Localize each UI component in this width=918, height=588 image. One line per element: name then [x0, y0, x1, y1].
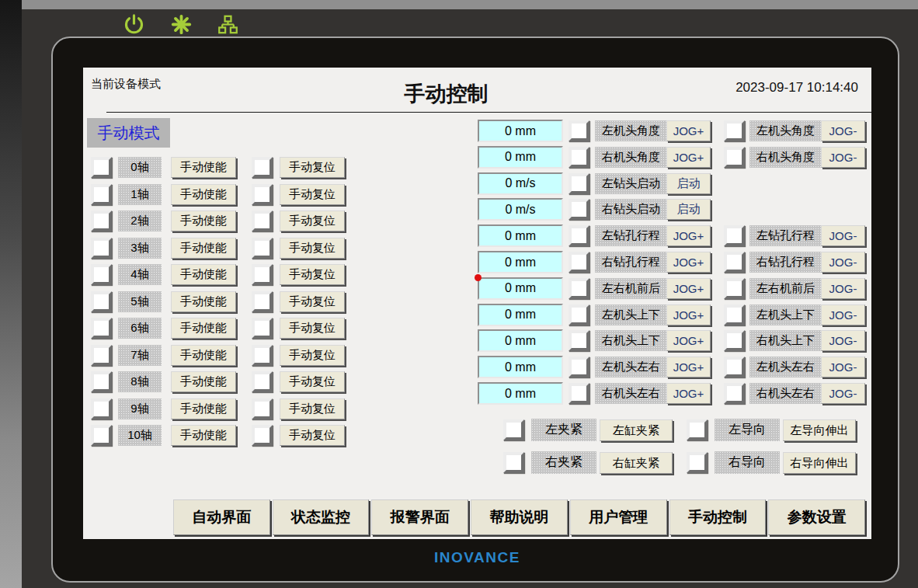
jog-row: 0 mm左机头角度JOG+左机头角度JOG- [83, 120, 871, 142]
jog-minus-checkbox[interactable] [724, 252, 745, 273]
nav-button-7[interactable]: 参数设置 [768, 499, 865, 535]
jog-minus-label: 左右机前后 [749, 278, 822, 299]
jog-plus-checkbox[interactable] [569, 147, 589, 168]
jog-row: 0 mm左右机前后JOG+左右机前后JOG- [83, 277, 871, 300]
jog-value-field[interactable]: 0 mm [478, 224, 563, 247]
guide-checkbox[interactable] [687, 419, 708, 440]
jog-minus-checkbox[interactable] [724, 278, 745, 299]
jog-plus-button[interactable]: JOG+ [666, 120, 711, 141]
jog-minus-label: 左机头左右 [749, 357, 822, 378]
jog-plus-button[interactable]: 启动 [666, 199, 711, 220]
alarm-dot-icon [475, 274, 482, 281]
jog-label: 左钻孔行程 [595, 225, 667, 246]
cylinder-clamp-button[interactable]: 右缸夹紧 [600, 452, 673, 474]
jog-value-field[interactable]: 0 mm [478, 277, 563, 300]
guide-label: 右导向 [715, 451, 780, 474]
header-divider [106, 112, 871, 113]
jog-minus-button[interactable]: JOG- [821, 383, 865, 404]
jog-plus-checkbox[interactable] [569, 120, 589, 141]
jog-value-field[interactable]: 0 mm [478, 120, 563, 142]
jog-minus-button[interactable]: JOG- [821, 147, 865, 168]
display-area: 当前设备模式 手动控制 2023-09-17 10:14:40 手动模式 0轴手… [83, 68, 871, 539]
jog-minus-label: 左机头角度 [749, 120, 822, 141]
nav-button-2[interactable]: 状态监控 [273, 499, 370, 535]
jog-value-field[interactable]: 0 m/s [478, 172, 563, 195]
jog-label: 左钻头启动 [595, 173, 667, 194]
jog-value-field[interactable]: 0 mm [478, 251, 563, 273]
jog-plus-checkbox[interactable] [569, 252, 589, 273]
jog-value-field[interactable]: 0 m/s [478, 198, 563, 221]
jog-row: 0 mm左钻孔行程JOG+左钻孔行程JOG- [83, 224, 871, 247]
jog-minus-button[interactable]: JOG- [821, 225, 865, 246]
nav-button-6[interactable]: 手动控制 [669, 499, 767, 535]
jog-plus-button[interactable]: JOG+ [666, 304, 711, 325]
page-title: 手动控制 [106, 80, 786, 108]
device-status-bar [123, 13, 238, 36]
jog-plus-button[interactable]: 启动 [666, 173, 711, 194]
jog-minus-checkbox[interactable] [724, 383, 745, 404]
jog-value-field[interactable]: 0 mm [478, 382, 563, 405]
guide-extend-button[interactable]: 右导向伸出 [783, 452, 856, 474]
jog-minus-button[interactable]: JOG- [821, 278, 865, 299]
nav-button-5[interactable]: 用户管理 [570, 499, 667, 535]
jog-minus-button[interactable]: JOG- [821, 304, 865, 325]
jog-plus-checkbox[interactable] [569, 357, 589, 378]
nav-button-4[interactable]: 帮助说明 [471, 499, 568, 535]
jog-plus-button[interactable]: JOG+ [666, 383, 711, 404]
jog-minus-button[interactable]: JOG- [821, 120, 865, 141]
jog-value-field[interactable]: 0 mm [478, 146, 563, 169]
jog-minus-label: 左机头上下 [749, 304, 822, 325]
guide-checkbox[interactable] [687, 452, 708, 473]
nav-bar: 自动界面状态监控报警界面帮助说明用户管理手动控制参数设置 [173, 499, 865, 535]
jog-label: 左机头上下 [595, 304, 667, 325]
jog-label: 右机头左右 [595, 383, 667, 404]
jog-value-field[interactable]: 0 mm [478, 329, 563, 352]
clamp-label: 左夹紧 [531, 419, 596, 441]
jog-plus-checkbox[interactable] [569, 173, 589, 194]
jog-row: 0 mm右机头左右JOG+右机头左右JOG- [83, 382, 871, 405]
jog-row: 0 mm左机头上下JOG+左机头上下JOG- [83, 304, 871, 326]
jog-minus-button[interactable]: JOG- [821, 252, 865, 273]
jog-minus-checkbox[interactable] [724, 120, 745, 141]
jog-minus-checkbox[interactable] [724, 147, 745, 168]
clamp-checkbox[interactable] [503, 419, 524, 440]
guide-extend-button[interactable]: 左导向伸出 [783, 419, 856, 441]
jog-plus-checkbox[interactable] [569, 383, 589, 404]
jog-plus-checkbox[interactable] [569, 304, 589, 325]
jog-label: 右钻孔行程 [595, 252, 667, 273]
jog-row: 0 m/s左钻头启动启动 [83, 172, 871, 195]
lan-icon [217, 14, 238, 35]
jog-plus-checkbox[interactable] [569, 330, 589, 351]
jog-row: 0 mm右机头角度JOG+右机头角度JOG- [83, 146, 871, 169]
clamp-row: 左夹紧左缸夹紧左导向左导向伸出 [83, 419, 871, 441]
jog-plus-button[interactable]: JOG+ [666, 252, 711, 273]
jog-plus-button[interactable]: JOG+ [666, 278, 711, 299]
jog-minus-button[interactable]: JOG- [821, 357, 865, 378]
jog-value-field[interactable]: 0 mm [478, 356, 563, 378]
jog-plus-checkbox[interactable] [569, 199, 589, 220]
jog-minus-checkbox[interactable] [724, 330, 745, 351]
nav-button-1[interactable]: 自动界面 [173, 499, 270, 535]
jog-plus-button[interactable]: JOG+ [666, 330, 711, 351]
jog-minus-checkbox[interactable] [724, 357, 745, 378]
jog-value-field[interactable]: 0 mm [478, 304, 563, 326]
jog-minus-label: 右机头上下 [749, 330, 822, 351]
jog-plus-button[interactable]: JOG+ [666, 225, 711, 246]
jog-plus-button[interactable]: JOG+ [666, 357, 711, 378]
jog-label: 左右机前后 [595, 278, 667, 299]
panel-edge [0, 0, 22, 588]
clamp-checkbox[interactable] [503, 452, 524, 473]
jog-minus-label: 左钻孔行程 [749, 225, 822, 246]
jog-row: 0 mm右钻孔行程JOG+右钻孔行程JOG- [83, 251, 871, 273]
jog-minus-button[interactable]: JOG- [821, 330, 865, 351]
clamp-row: 右夹紧右缸夹紧右导向右导向伸出 [83, 451, 871, 474]
jog-plus-button[interactable]: JOG+ [666, 147, 711, 168]
jog-plus-checkbox[interactable] [569, 225, 589, 246]
cylinder-clamp-button[interactable]: 左缸夹紧 [600, 419, 673, 441]
nav-button-3[interactable]: 报警界面 [371, 499, 468, 535]
jog-minus-checkbox[interactable] [724, 304, 745, 325]
bezel-top-strip [22, 0, 918, 9]
jog-row: 0 mm右机头上下JOG+右机头上下JOG- [83, 329, 871, 352]
jog-plus-checkbox[interactable] [569, 278, 589, 299]
jog-minus-checkbox[interactable] [724, 225, 745, 246]
